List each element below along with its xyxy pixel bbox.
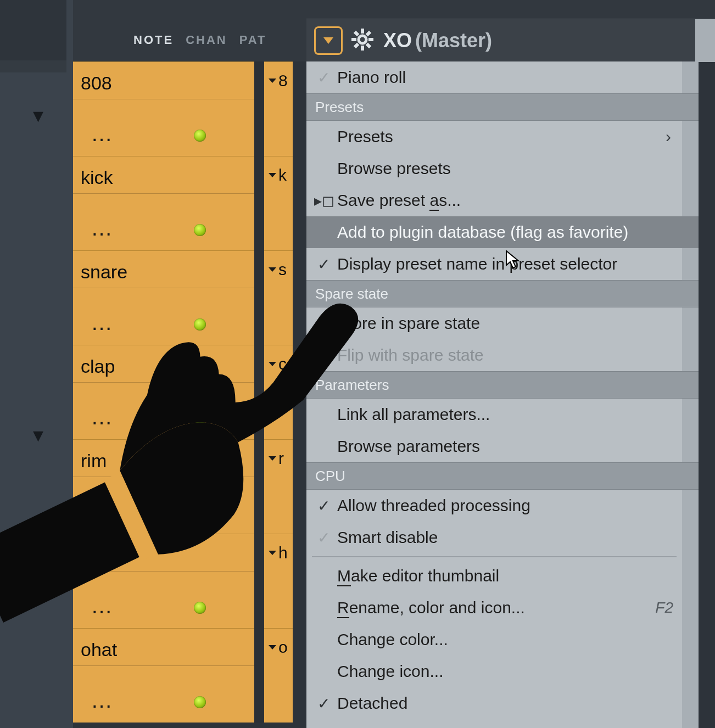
svg-rect-8 — [366, 43, 372, 49]
channel-mix-button[interactable]: c — [264, 345, 293, 383]
shortcut-label: F2 — [655, 599, 673, 617]
check-icon: ✓ — [314, 497, 333, 515]
menu-separator — [306, 553, 699, 560]
channel-mix-button[interactable]: 8 — [264, 61, 293, 99]
menu-make-thumbnail[interactable]: Make editor thumbnail — [306, 560, 699, 592]
channel-slot[interactable]: rim … r — [73, 439, 293, 534]
channel-name[interactable]: ohat — [81, 639, 117, 660]
svg-rect-1 — [361, 29, 364, 33]
plugin-header-right[interactable] — [695, 19, 715, 62]
menu-flip-spare-state: Flip with spare state — [306, 339, 699, 371]
menu-change-icon[interactable]: Change icon... — [306, 656, 699, 687]
channel-slot[interactable]: kick … k — [73, 156, 293, 250]
channel-name[interactable]: 808 — [81, 72, 112, 94]
menu-add-to-plugin-database[interactable]: Add to plugin database (flag as favorite… — [306, 216, 699, 248]
menu-piano-roll[interactable]: ✓Piano roll — [306, 61, 699, 93]
menu-change-color[interactable]: Change color... — [306, 624, 699, 656]
menu-rename-color-icon[interactable]: Rename, color and icon...F2 — [306, 592, 699, 624]
svg-rect-6 — [354, 43, 360, 49]
channel-mix-button[interactable]: s — [264, 250, 293, 288]
channel-name[interactable]: rim — [81, 450, 107, 472]
gear-icon[interactable] — [351, 29, 373, 53]
menu-save-preset-as[interactable]: ▸◻Save preset as... — [306, 184, 699, 216]
activity-led — [194, 224, 206, 236]
svg-point-0 — [359, 36, 366, 43]
menu-detached[interactable]: ✓Detached — [306, 687, 699, 719]
menu-presets[interactable]: Presets› — [306, 121, 699, 153]
channel-mix-button[interactable]: h — [264, 534, 293, 572]
svg-rect-7 — [354, 31, 360, 37]
chevron-down-icon[interactable]: ▾ — [33, 103, 43, 127]
activity-led — [194, 602, 206, 614]
channel-slot[interactable]: ohat … o — [73, 628, 293, 723]
tab-note[interactable]: NOTE — [133, 33, 174, 47]
channel-name[interactable]: hat — [81, 545, 107, 566]
check-icon: ✓ — [314, 255, 333, 273]
activity-led — [194, 130, 206, 142]
channel-slot[interactable]: hat … h — [73, 534, 293, 628]
svg-rect-5 — [366, 31, 372, 37]
plugin-window-header[interactable]: XO(Master) — [306, 19, 715, 62]
more-icon[interactable]: … — [91, 499, 110, 524]
menu-section-spare-state: Spare state — [306, 280, 699, 307]
channel-name[interactable]: kick — [81, 167, 113, 188]
menu-display-preset-name[interactable]: ✓Display preset name in preset selector — [306, 248, 699, 280]
menu-browse-presets[interactable]: Browse presets — [306, 153, 699, 184]
more-icon[interactable]: … — [91, 593, 110, 618]
plugin-title: XO(Master) — [383, 29, 492, 52]
channel-slot[interactable]: snare … s — [73, 250, 293, 345]
activity-led — [194, 696, 206, 708]
channel-mix-button[interactable]: o — [264, 628, 293, 666]
channel-slot[interactable]: 808 … 8 — [73, 61, 293, 156]
channel-name[interactable]: snare — [81, 261, 127, 283]
channel-mix-button[interactable]: r — [264, 439, 293, 477]
menu-store-spare-state[interactable]: Store in spare state — [306, 307, 699, 339]
more-icon[interactable]: … — [91, 688, 110, 713]
activity-led — [194, 507, 206, 519]
channel-mix-button[interactable]: k — [264, 156, 293, 194]
svg-rect-3 — [351, 38, 356, 41]
menu-section-presets: Presets — [306, 93, 699, 121]
activity-led — [194, 318, 206, 331]
menu-link-all-parameters[interactable]: Link all parameters... — [306, 399, 699, 430]
channel-rack: 808 … 8 kick … k snare … s clap … c — [73, 61, 293, 728]
activity-led — [194, 413, 206, 425]
menu-section-parameters: Parameters — [306, 371, 699, 399]
tab-chan[interactable]: CHAN — [186, 33, 227, 47]
svg-rect-4 — [368, 38, 373, 41]
menu-smart-disable[interactable]: ✓Smart disable — [306, 522, 699, 553]
check-icon: ✓ — [314, 695, 333, 713]
plugin-options-menu: ✓Piano roll Presets Presets› Browse pres… — [306, 61, 699, 728]
check-icon: ✓ — [314, 69, 333, 87]
plugin-options-dropdown[interactable] — [314, 26, 343, 55]
save-icon: ▸◻ — [314, 192, 333, 210]
menu-allow-threaded[interactable]: ✓Allow threaded processing — [306, 490, 699, 522]
menu-browse-parameters[interactable]: Browse parameters — [306, 430, 699, 462]
tab-pat[interactable]: PAT — [239, 33, 267, 47]
menu-section-cpu: CPU — [306, 462, 699, 490]
more-icon[interactable]: … — [91, 405, 110, 429]
chevron-down-icon[interactable]: ▾ — [33, 423, 43, 447]
more-icon[interactable]: … — [91, 121, 110, 146]
channel-slot[interactable]: clap … c — [73, 345, 293, 439]
chevron-right-icon: › — [666, 127, 671, 146]
svg-rect-2 — [361, 46, 364, 51]
more-icon[interactable]: … — [91, 216, 110, 240]
more-icon[interactable]: … — [91, 310, 110, 335]
browser-panel: ▾ ▾ — [0, 0, 73, 728]
channel-name[interactable]: clap — [81, 356, 115, 377]
check-icon: ✓ — [314, 529, 333, 547]
